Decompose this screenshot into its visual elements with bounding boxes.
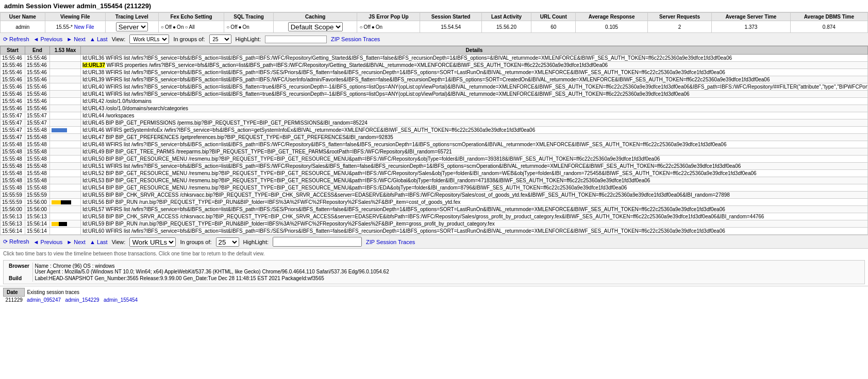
highlight-input[interactable] (265, 36, 327, 43)
row-bar[interactable] (50, 98, 81, 105)
row-bar[interactable] (50, 112, 81, 119)
row-end: 15:56:00 (25, 199, 50, 206)
row-start: 15:55:47 (1, 134, 25, 141)
tracing-level-value[interactable]: Server Client Both None (105, 21, 158, 33)
table-row[interactable]: 15:55:4615:55:46Id:URL38 WFIRS list /wfi… (1, 69, 868, 76)
row-end: 15:55:59 (25, 192, 50, 199)
row-end: 15:55:48 (25, 163, 50, 170)
row-end: 15:55:48 (25, 141, 50, 148)
col-sql-tracing: SQL Tracing (224, 13, 274, 21)
table-row[interactable]: 15:55:4615:55:46Id:URL42 /oslo/1.0/fs/do… (1, 98, 868, 105)
row-bar[interactable] (50, 177, 81, 184)
row-bar[interactable] (50, 76, 81, 83)
table-row[interactable]: 15:55:4615:55:46Id:URL36 WFIRS list /wfi… (1, 55, 868, 62)
table-row[interactable]: 15:55:4815:55:48Id:URL54 BIP BIP_GET_RES… (1, 184, 868, 192)
table-row[interactable]: 15:56:0015:56:00Id:URL57 WFIRS list /wfi… (1, 206, 868, 213)
view-select-bottom[interactable]: Work URLs All URLs Errors Only (129, 237, 176, 247)
groups-select-bottom[interactable]: 10 25 50 100 (216, 237, 239, 247)
table-row[interactable]: 15:56:1315:56:14Id:URL59 BIP BIP_RUN /ru… (1, 220, 868, 228)
previous-link-top[interactable]: ◄ Previous (34, 36, 63, 42)
zip-session-traces-link[interactable]: ZIP Session Traces (331, 36, 380, 42)
groups-select[interactable]: 10 25 50 100 (209, 35, 231, 44)
sql-tracing-value[interactable]: ○ Off ● On (224, 21, 274, 33)
row-bar[interactable] (50, 206, 81, 213)
col-avg-response: Average Response (576, 13, 647, 21)
caching-select[interactable]: Default Scope No Cache Cache (288, 22, 343, 31)
tracing-level-select[interactable]: Server Client Both None (116, 22, 148, 31)
table-row[interactable]: 15:55:4715:55:48Id:URL46 WFIRS getSystem… (1, 127, 868, 134)
row-start: 15:55:48 (1, 156, 25, 163)
row-bar[interactable] (50, 83, 81, 91)
row-start: 15:56:00 (1, 206, 25, 213)
row-bar[interactable] (50, 220, 81, 228)
zip-session-traces-link-bottom[interactable]: ZIP Session Traces (366, 239, 415, 245)
row-bar[interactable] (50, 55, 81, 62)
table-row[interactable]: 15:55:4715:55:47Id:URL44 /workspaces (1, 112, 868, 119)
table-row[interactable]: 15:55:4615:55:46Id:URL37 WFIRS propertie… (1, 62, 868, 69)
table-row[interactable]: 15:55:4615:55:46Id:URL43 /oslo/1.0/domai… (1, 105, 868, 112)
row-bar[interactable] (50, 91, 81, 98)
table-row[interactable]: 15:55:4815:55:48Id:URL50 BIP BIP_GET_RES… (1, 156, 868, 163)
next-link-top[interactable]: ► Next (66, 36, 86, 42)
table-row[interactable]: 15:56:1315:56:13Id:URL58 BIP BIP_CHK_SRV… (1, 213, 868, 220)
row-end: 15:55:46 (25, 91, 50, 98)
row-bar[interactable] (50, 119, 81, 127)
row-bar[interactable] (50, 199, 81, 206)
row-details: Id:URL47 BIP BIP_GET_PREFERENCES /getpre… (81, 134, 868, 141)
new-file-link[interactable]: New File (74, 24, 94, 30)
build-value: Label:HEAD-SNAPSHOT Gen_Number:3565 Rele… (32, 275, 861, 282)
table-row[interactable]: 15:55:4615:55:46Id:URL41 WFIRS list /wfi… (1, 91, 868, 98)
table-row[interactable]: 15:55:4815:55:48Id:URL49 BIP BIP_GET_TRE… (1, 148, 868, 156)
row-bar[interactable] (50, 141, 81, 148)
row-end: 15:55:48 (25, 170, 50, 177)
table-row[interactable]: 15:55:4815:55:48Id:URL52 BIP BIP_GET_RES… (1, 170, 868, 177)
table-row[interactable]: 15:55:4815:55:48Id:URL48 WFIRS list /wfi… (1, 141, 868, 148)
row-start: 15:55:59 (1, 192, 25, 199)
row-bar[interactable] (50, 213, 81, 220)
table-row[interactable]: 15:55:4615:55:46Id:URL40 WFIRS list /wfi… (1, 83, 868, 91)
row-bar[interactable] (50, 170, 81, 177)
row-bar[interactable] (50, 105, 81, 112)
row-bar[interactable] (50, 192, 81, 199)
previous-link-bottom[interactable]: ◄ Previous (34, 239, 63, 245)
trace-link-0[interactable]: admin_095247 (27, 297, 61, 303)
table-row[interactable]: 15:55:5915:56:00Id:URL56 BIP BIP_RUN /ru… (1, 199, 868, 206)
row-bar[interactable] (50, 127, 81, 134)
table-row[interactable]: 15:56:1415:56:14Id:URL60 WFIRS list /wfi… (1, 228, 868, 235)
fex-echo-value[interactable]: ○ Off ● On ○ All (158, 21, 224, 33)
trace-link-1[interactable]: admin_154229 (65, 297, 99, 303)
row-end: 15:55:46 (25, 76, 50, 83)
last-activity-value: 15.56.20 (481, 21, 531, 33)
row-bar[interactable] (50, 134, 81, 141)
refresh-link-top[interactable]: ⟳ Refresh (3, 36, 29, 43)
row-bar[interactable] (50, 62, 81, 69)
highlight-input-bottom[interactable] (273, 237, 362, 247)
table-row[interactable]: 15:55:5915:55:59Id:URL55 BIP BIP_CHK_SRV… (1, 192, 868, 199)
table-row[interactable]: 15:55:4815:55:48Id:URL51 WFIRS list /wfi… (1, 163, 868, 170)
build-label: Build (7, 275, 32, 282)
next-link-bottom[interactable]: ► Next (66, 239, 86, 245)
row-start: 15:55:47 (1, 127, 25, 134)
js-error-value[interactable]: ○ Off ● On (357, 21, 420, 33)
session-started-value: 15.54.54 (420, 21, 482, 33)
refresh-link-bottom[interactable]: ⟳ Refresh (3, 238, 29, 245)
view-select[interactable]: Work URLs All URLs Errors Only (129, 35, 169, 44)
row-details: Id:URL51 WFIRS list /wfirs?IBFS_service=… (81, 163, 868, 170)
table-row[interactable]: 15:55:4815:55:48Id:URL53 BIP BIP_GET_RES… (1, 177, 868, 184)
trace-link-2[interactable]: admin_155454 (104, 297, 138, 303)
last-link-bottom[interactable]: ▲ Last (90, 239, 108, 245)
row-start: 15:55:46 (1, 55, 25, 62)
row-bar[interactable] (50, 148, 81, 156)
last-link-top[interactable]: ▲ Last (90, 36, 108, 42)
row-bar[interactable] (50, 228, 81, 235)
row-bar[interactable] (50, 184, 81, 192)
caching-value[interactable]: Default Scope No Cache Cache (273, 21, 357, 33)
col-session-started: Session Started (420, 13, 482, 21)
row-bar[interactable] (50, 69, 81, 76)
row-bar[interactable] (50, 156, 81, 163)
table-row[interactable]: 15:55:4715:55:47Id:URL45 BIP BIP_GET_PER… (1, 119, 868, 127)
row-bar[interactable] (50, 163, 81, 170)
table-row[interactable]: 15:55:4615:55:46Id:URL39 WFIRS list /wfi… (1, 76, 868, 83)
table-row[interactable]: 15:55:4715:55:48Id:URL47 BIP BIP_GET_PRE… (1, 134, 868, 141)
header-info-table: User Name Viewing File Tracing Level Fex… (0, 12, 868, 33)
